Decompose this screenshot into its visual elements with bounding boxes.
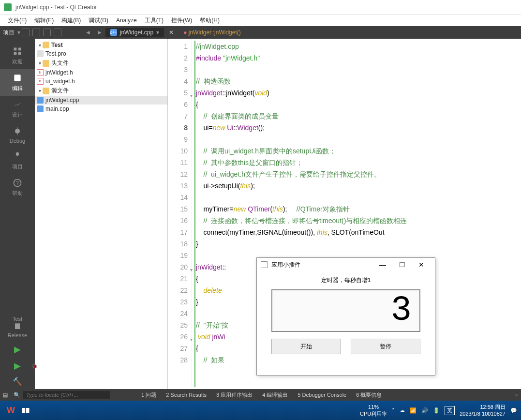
mode-sidebar: 欢迎 编辑 设计 Debug 项目 ?帮助 TestRelease ▶ ▶🐞 🔨: [0, 39, 35, 389]
run-button[interactable]: ▶: [14, 341, 21, 358]
tray-wifi-icon[interactable]: 📶: [410, 407, 417, 414]
popup-minimize-button[interactable]: —: [373, 261, 392, 269]
tray-battery-icon[interactable]: 🔋: [433, 407, 440, 414]
nav-fwd-icon[interactable]: ►: [94, 29, 105, 36]
menu-help[interactable]: 帮助(H): [196, 15, 223, 26]
change-bar: [194, 41, 195, 387]
svg-text:?: ?: [16, 180, 19, 186]
panel-debugger[interactable]: 5 Debugger Console: [298, 392, 346, 398]
split-icon[interactable]: [43, 29, 51, 36]
nav-back-icon[interactable]: ◄: [82, 29, 94, 36]
tree-source-0[interactable]: jnWidget.cpp: [45, 97, 79, 104]
svg-rect-0: [14, 48, 17, 51]
pause-button[interactable]: 暂停: [351, 339, 420, 354]
popup-title: 应用小插件: [271, 261, 373, 269]
panel-general[interactable]: 6 概要信息: [356, 391, 382, 399]
svg-rect-11: [22, 408, 26, 413]
menu-edit[interactable]: 编辑(E): [30, 15, 58, 26]
menu-tools[interactable]: 工具(T): [141, 15, 167, 26]
toolbar: 项目 ▾ ◄ ► c++ jnWidget.cpp ▾ ✕ ● jnWidget…: [0, 26, 521, 39]
mode-edit[interactable]: 编辑: [0, 69, 35, 96]
tray-ime[interactable]: 英: [445, 406, 455, 415]
project-selector-label[interactable]: 项目: [3, 29, 15, 37]
panel-toggle-icon[interactable]: ▤: [3, 392, 8, 398]
svg-rect-3: [18, 52, 21, 55]
tray-clock[interactable]: 12:58 周日2023/1/8 10010827: [460, 404, 506, 417]
build-button[interactable]: 🔨: [0, 374, 35, 389]
editor-tab[interactable]: c++ jnWidget.cpp ▾: [105, 28, 164, 37]
popup-close-button[interactable]: ✕: [412, 261, 431, 269]
tray-onedrive-icon[interactable]: ☁: [400, 407, 405, 414]
target-selector[interactable]: TestRelease: [0, 313, 35, 341]
taskbar-app-wps[interactable]: W: [7, 405, 15, 416]
window-titlebar: jnWidget.cpp - Test - Qt Creator: [0, 0, 521, 15]
filter-icon[interactable]: [22, 29, 30, 36]
start-button[interactable]: 开始: [271, 339, 341, 354]
svg-rect-2: [14, 52, 17, 55]
panel-compile[interactable]: 4 编译输出: [262, 391, 288, 399]
panel-search[interactable]: 2 Search Results: [166, 392, 207, 398]
svg-point-5: [15, 129, 20, 134]
lcd-display: 3: [271, 289, 420, 332]
popup-maximize-button[interactable]: ☐: [392, 261, 412, 269]
mode-help[interactable]: ?帮助: [0, 174, 35, 201]
svg-rect-1: [18, 48, 21, 51]
tab-close-icon[interactable]: ✕: [169, 29, 174, 36]
symbol-navigator[interactable]: ● jnWidget::jnWidget(): [183, 29, 241, 36]
panel-appout[interactable]: 3 应用程序输出: [216, 391, 253, 399]
editor-tab-label: jnWidget.cpp: [120, 29, 153, 36]
tray-up-icon[interactable]: ˄: [392, 407, 395, 414]
sync-icon[interactable]: [32, 29, 40, 36]
mode-projects[interactable]: 项目: [0, 148, 35, 174]
taskbar-app-taskview[interactable]: [21, 405, 30, 415]
search-icon: 🔍: [14, 392, 20, 398]
menu-analyze[interactable]: Analyze: [112, 16, 141, 25]
cpp-file-icon: c++: [110, 29, 117, 36]
popup-label: 定时器，每秒自增1: [271, 276, 420, 285]
locator-input[interactable]: [23, 391, 110, 399]
close-pane-icon[interactable]: [54, 29, 61, 36]
menu-debug[interactable]: 调试(D): [85, 15, 112, 26]
tree-sources[interactable]: 源文件: [51, 87, 69, 95]
panel-menu-icon[interactable]: ≡: [515, 392, 518, 398]
tree-root[interactable]: Test: [51, 42, 63, 48]
app-icon: [4, 3, 12, 11]
window-title: jnWidget.cpp - Test - Qt Creator: [15, 4, 517, 11]
tree-pro[interactable]: Test.pro: [45, 50, 66, 57]
mode-debug[interactable]: Debug: [0, 122, 35, 148]
menu-build[interactable]: 构建(B): [58, 15, 85, 26]
tree-header-0[interactable]: jnWidget.h: [45, 69, 73, 76]
mode-welcome[interactable]: 欢迎: [0, 43, 35, 69]
mode-design[interactable]: 设计: [0, 96, 35, 122]
svg-rect-12: [26, 408, 30, 413]
status-bar: ▤ 🔍 1 问题 2 Search Results 3 应用程序输出 4 编译输…: [0, 389, 521, 401]
project-tree[interactable]: ▾Test Test.pro ▾头文件 hjnWidget.h hui_widg…: [35, 39, 168, 389]
menu-file[interactable]: 文件(F): [4, 15, 30, 26]
app-widget-window: 应用小插件 — ☐ ✕ 定时器，每秒自增1 3 开始 暂停: [256, 257, 435, 375]
tree-header-1[interactable]: ui_widget.h: [45, 78, 75, 85]
menubar: 文件(F) 编辑(E) 构建(B) 调试(D) Analyze 工具(T) 控件…: [0, 15, 521, 26]
panel-issues[interactable]: 1 问题: [141, 391, 156, 399]
cpu-meter[interactable]: 11%CPU利用率: [360, 404, 387, 417]
tray-notifications-icon[interactable]: 💬: [510, 407, 517, 414]
tree-headers[interactable]: 头文件: [51, 59, 69, 67]
menu-widgets[interactable]: 控件(W): [167, 15, 196, 26]
windows-taskbar: W 11%CPU利用率 ˄ ☁ 📶 🔊 🔋 英 12:58 周日2023/1/8…: [0, 401, 521, 420]
tray-volume-icon[interactable]: 🔊: [421, 407, 428, 414]
svg-rect-10: [15, 323, 20, 329]
svg-rect-4: [14, 75, 20, 81]
run-debug-button[interactable]: ▶🐞: [14, 358, 21, 374]
popup-app-icon: [261, 261, 268, 268]
tree-source-1[interactable]: main.cpp: [45, 105, 69, 112]
